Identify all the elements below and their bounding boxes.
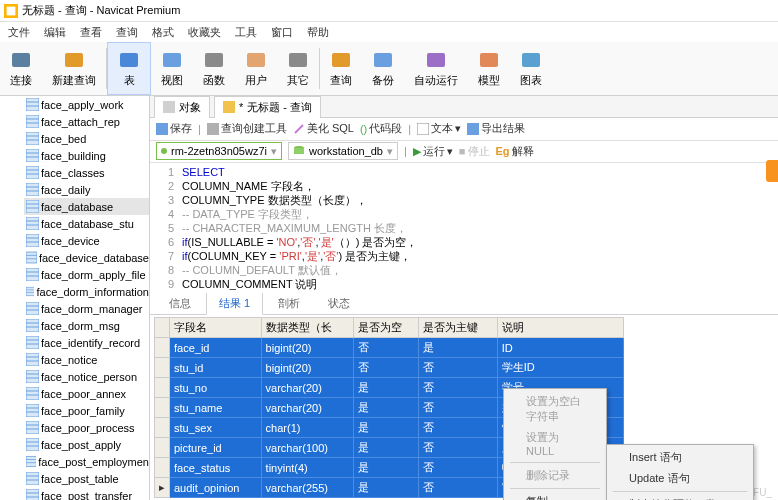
- tool-user[interactable]: 用户: [235, 42, 277, 95]
- grid-cell[interactable]: 否: [419, 458, 498, 478]
- menu-item[interactable]: 复制: [506, 491, 604, 500]
- grid-cell[interactable]: 否: [419, 478, 498, 498]
- tool-other[interactable]: 其它: [277, 42, 319, 95]
- grid-cell[interactable]: stu_sex: [170, 418, 262, 438]
- tree-item[interactable]: face_database_stu: [24, 215, 149, 232]
- grid-cell[interactable]: 是: [353, 438, 418, 458]
- beautify-button[interactable]: 美化 SQL: [293, 121, 354, 136]
- tab-info[interactable]: 信息: [156, 292, 204, 314]
- row-handle[interactable]: [155, 458, 170, 478]
- grid-cell[interactable]: char(1): [261, 418, 353, 438]
- grid-cell[interactable]: 否: [419, 378, 498, 398]
- context-menu[interactable]: 设置为空白字符串设置为 NULL删除记录复制复制为▶粘贴显示▶: [503, 388, 607, 500]
- tab-result[interactable]: 结果 1: [206, 292, 263, 315]
- menu-window[interactable]: 窗口: [271, 25, 293, 40]
- tree-item[interactable]: face_post_transfer: [24, 487, 149, 500]
- sql-editor[interactable]: 1SELECT2 COLUMN_NAME 字段名，3 COLUMN_TYPE 数…: [150, 163, 778, 293]
- grid-cell[interactable]: stu_no: [170, 378, 262, 398]
- context-submenu[interactable]: Insert 语句Update 语句制表符分隔值（数据）制表符分隔值（字段名）制…: [606, 444, 754, 500]
- menu-item[interactable]: 制表符分隔值（数据）: [609, 494, 751, 500]
- tree-item[interactable]: face_bed: [24, 130, 149, 147]
- tool-query[interactable]: 查询: [320, 42, 362, 95]
- grid-cell[interactable]: 否: [353, 338, 418, 358]
- grid-cell[interactable]: 否: [419, 438, 498, 458]
- menu-help[interactable]: 帮助: [307, 25, 329, 40]
- grid-cell[interactable]: ID: [497, 338, 623, 358]
- tab-query[interactable]: * 无标题 - 查询: [214, 96, 321, 118]
- menu-tools[interactable]: 工具: [235, 25, 257, 40]
- grid-cell[interactable]: stu_name: [170, 398, 262, 418]
- tab-profile[interactable]: 剖析: [265, 292, 313, 314]
- tool-fx[interactable]: 函数: [193, 42, 235, 95]
- grid-cell[interactable]: 是: [353, 418, 418, 438]
- grid-cell[interactable]: 否: [419, 358, 498, 378]
- tree-item[interactable]: face_classes: [24, 164, 149, 181]
- tool-auto[interactable]: 自动运行: [404, 42, 468, 95]
- menu-item[interactable]: Update 语句: [609, 468, 751, 489]
- tree-item[interactable]: face_apply_work: [24, 96, 149, 113]
- tree-item[interactable]: face_dorm_manager: [24, 300, 149, 317]
- tree-item[interactable]: face_post_employmen: [24, 453, 149, 470]
- query-builder-button[interactable]: 查询创建工具: [207, 121, 287, 136]
- tree-item[interactable]: face_building: [24, 147, 149, 164]
- text-button[interactable]: 文本 ▾: [417, 121, 461, 136]
- tree-item[interactable]: face_attach_rep: [24, 113, 149, 130]
- row-handle[interactable]: [155, 338, 170, 358]
- grid-cell[interactable]: varchar(20): [261, 378, 353, 398]
- connection-combo[interactable]: rm-2zetn83n05wz7i▾: [156, 142, 282, 160]
- tool-backup[interactable]: 备份: [362, 42, 404, 95]
- save-button[interactable]: 保存: [156, 121, 192, 136]
- grid-cell[interactable]: varchar(20): [261, 398, 353, 418]
- tree-item[interactable]: face_poor_process: [24, 419, 149, 436]
- code-seg-button[interactable]: ()代码段: [360, 121, 402, 136]
- grid-cell[interactable]: face_status: [170, 458, 262, 478]
- tool-table[interactable]: 表: [107, 42, 151, 95]
- explain-button[interactable]: Eg解释: [496, 144, 534, 159]
- column-header[interactable]: 数据类型（长: [261, 318, 353, 338]
- menu-file[interactable]: 文件: [8, 25, 30, 40]
- tree-item[interactable]: face_identify_record: [24, 334, 149, 351]
- grid-cell[interactable]: 是: [353, 378, 418, 398]
- column-header[interactable]: 说明: [497, 318, 623, 338]
- row-handle[interactable]: [155, 418, 170, 438]
- menu-format[interactable]: 格式: [152, 25, 174, 40]
- grid-cell[interactable]: varchar(100): [261, 438, 353, 458]
- tree-item[interactable]: face_post_apply: [24, 436, 149, 453]
- menu-view[interactable]: 查看: [80, 25, 102, 40]
- grid-cell[interactable]: picture_id: [170, 438, 262, 458]
- grid-cell[interactable]: bigint(20): [261, 338, 353, 358]
- tool-model[interactable]: 模型: [468, 42, 510, 95]
- tree-item[interactable]: face_notice_person: [24, 368, 149, 385]
- tab-status[interactable]: 状态: [315, 292, 363, 314]
- menu-query[interactable]: 查询: [116, 25, 138, 40]
- grid-cell[interactable]: 否: [353, 358, 418, 378]
- row-handle[interactable]: [155, 398, 170, 418]
- grid-cell[interactable]: 是: [353, 478, 418, 498]
- grid-cell[interactable]: 是: [353, 398, 418, 418]
- menu-item[interactable]: Insert 语句: [609, 447, 751, 468]
- row-handle[interactable]: [155, 438, 170, 458]
- tree-item[interactable]: face_device: [24, 232, 149, 249]
- row-handle[interactable]: [155, 378, 170, 398]
- tree-item[interactable]: face_dorm_msg: [24, 317, 149, 334]
- tree-item[interactable]: face_poor_annex: [24, 385, 149, 402]
- tree-item[interactable]: face_database: [24, 198, 149, 215]
- grid-cell[interactable]: bigint(20): [261, 358, 353, 378]
- grid-cell[interactable]: 否: [419, 418, 498, 438]
- tree-item[interactable]: face_poor_family: [24, 402, 149, 419]
- tool-newq[interactable]: 新建查询: [42, 42, 106, 95]
- grid-cell[interactable]: face_id: [170, 338, 262, 358]
- column-header[interactable]: 是否为空: [353, 318, 418, 338]
- menu-favorites[interactable]: 收藏夹: [188, 25, 221, 40]
- tool-plug[interactable]: 连接: [0, 42, 42, 95]
- tree-item[interactable]: face_notice: [24, 351, 149, 368]
- grid-cell[interactable]: varchar(255): [261, 478, 353, 498]
- grid-cell[interactable]: audit_opinion: [170, 478, 262, 498]
- tree-item[interactable]: face_device_database: [24, 249, 149, 266]
- run-button[interactable]: ▶运行 ▾: [413, 144, 453, 159]
- grid-cell[interactable]: 是: [419, 338, 498, 358]
- export-button[interactable]: 导出结果: [467, 121, 525, 136]
- grid-row[interactable]: stu_idbigint(20)否否学生ID: [155, 358, 624, 378]
- column-header[interactable]: 是否为主键: [419, 318, 498, 338]
- grid-cell[interactable]: 是: [353, 458, 418, 478]
